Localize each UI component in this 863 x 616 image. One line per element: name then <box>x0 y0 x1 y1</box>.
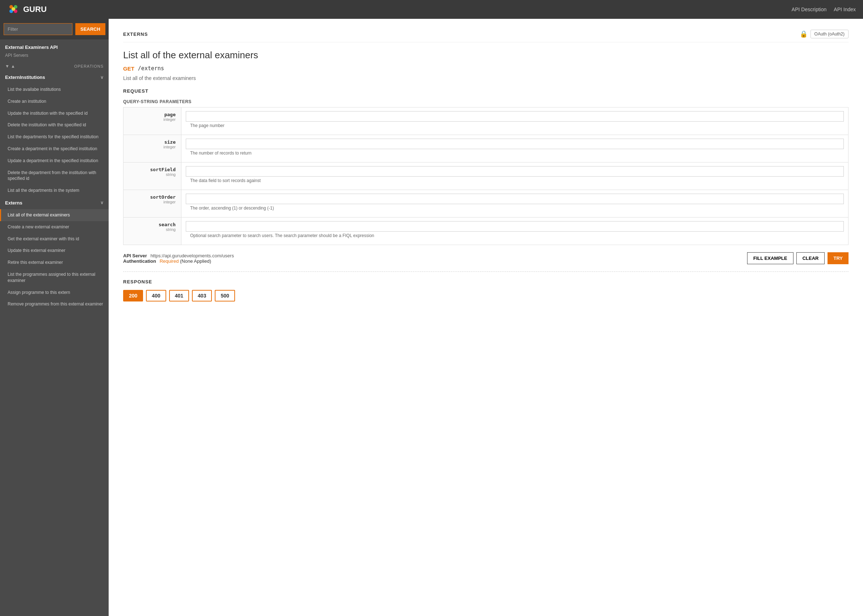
endpoint-method: GET /externs <box>123 65 164 72</box>
chevron-down-icon-2: ∨ <box>100 200 104 205</box>
param-label-page: page integer <box>123 107 181 135</box>
clear-button[interactable]: CLEAR <box>796 252 825 264</box>
arrow-up-icon[interactable]: ▲ <box>11 64 15 69</box>
sidebar-search-bar: SEARCH <box>0 19 109 39</box>
oauth-badge: OAuth (oAuth2) <box>811 30 849 38</box>
arrow-down-icon[interactable]: ▼ <box>5 64 9 69</box>
param-input-cell-page: The page number <box>181 107 849 135</box>
resp-code-401[interactable]: 401 <box>169 290 189 302</box>
param-row-size: size integer The number of records to re… <box>123 135 849 162</box>
fill-example-button[interactable]: FILL EXAMPLE <box>747 252 794 264</box>
param-input-cell-sortfield: The data field to sort records against <box>181 162 849 190</box>
filter-input[interactable] <box>4 23 72 35</box>
param-desc-page: The page number <box>186 122 844 131</box>
param-desc-search: Optional search parameter to search user… <box>186 232 844 241</box>
param-input-cell-sortorder: The order, ascending (1) or descending (… <box>181 190 849 217</box>
param-label-sortfield: sortField string <box>123 162 181 190</box>
api-server-label: API Server <box>123 253 147 258</box>
logo: GURU <box>7 3 47 16</box>
resp-code-403[interactable]: 403 <box>192 290 212 302</box>
main-content: EXTERNS 🔒 OAuth (oAuth2) List all of the… <box>109 19 863 616</box>
sidebar-item-0[interactable]: List the availabe institutions <box>0 83 109 96</box>
sidebar-item-4[interactable]: List the departments for the specified i… <box>0 131 109 143</box>
param-label-size: size integer <box>123 135 181 162</box>
param-name-sortorder: sortOrder <box>129 194 176 200</box>
param-name-search: search <box>129 222 176 227</box>
chevron-down-icon: ∨ <box>100 75 104 80</box>
sidebar-item-2[interactable]: Update the institution with the specifie… <box>0 107 109 119</box>
sidebar-item-externs-3[interactable]: Update this external examiner <box>0 245 109 257</box>
auth-label: Authentication <box>123 258 156 264</box>
response-label: RESPONSE <box>123 279 849 284</box>
endpoint-path: /externs <box>138 65 164 72</box>
api-info: API Server https://api.gurudevelopments.… <box>123 252 849 264</box>
api-server-row: API Server https://api.gurudevelopments.… <box>123 253 234 258</box>
api-index-link[interactable]: API Index <box>834 6 856 12</box>
param-desc-sortfield: The data field to sort records against <box>186 177 844 186</box>
auth-row: Authentication Required (None Applied) <box>123 258 234 264</box>
param-input-search[interactable] <box>186 221 844 232</box>
param-type-sortorder: integer <box>129 200 176 204</box>
svg-point-5 <box>12 7 15 11</box>
divider <box>123 272 849 272</box>
param-input-page[interactable] <box>186 111 844 122</box>
try-button[interactable]: TRY <box>827 252 849 264</box>
operations-label: OPERATIONS <box>74 64 104 68</box>
section-header: EXTERNS 🔒 OAuth (oAuth2) <box>123 30 849 42</box>
sidebar-item-externs-4[interactable]: Retire this external examiner <box>0 257 109 269</box>
sidebar-item-5[interactable]: Create a department in the specified ins… <box>0 143 109 155</box>
sidebar-section-title: External Examiners API <box>0 39 109 51</box>
sidebar-item-externs-7[interactable]: Remove programmes from this external exa… <box>0 298 109 310</box>
param-name-page: page <box>129 112 176 117</box>
auth-none-applied: (None Applied) <box>180 258 211 264</box>
param-row-search: search string Optional search parameter … <box>123 217 849 245</box>
section-title: EXTERNS <box>123 31 148 37</box>
api-server-url: https://api.gurudevelopments.com/users <box>150 253 234 258</box>
params-title: QUERY-STRING PARAMETERS <box>123 99 849 104</box>
sidebar-item-externs-5[interactable]: List the programmes assigned to this ext… <box>0 269 109 287</box>
param-input-sortorder[interactable] <box>186 193 844 204</box>
endpoint-title: List all of the external examiners <box>123 50 849 61</box>
param-label-search: search string <box>123 217 181 245</box>
extern-institutions-list: List the availabe institutions Create an… <box>0 83 109 196</box>
layout: SEARCH External Examiners API API Server… <box>0 19 863 616</box>
api-description-link[interactable]: API Description <box>792 6 827 12</box>
topnav: GURU API Description API Index <box>0 0 863 19</box>
action-buttons: FILL EXAMPLE CLEAR TRY <box>747 252 849 264</box>
externs-list: List all of the external examiners Creat… <box>0 209 109 310</box>
sidebar-item-3[interactable]: Delete the institution with the specifie… <box>0 119 109 131</box>
request-label: REQUEST <box>123 88 849 94</box>
param-desc-size: The number of records to return <box>186 149 844 159</box>
sidebar-arrows-row: ▼ ▲ OPERATIONS <box>0 61 109 71</box>
sidebar-item-externs-1[interactable]: Create a new external examiner <box>0 221 109 233</box>
sidebar-item-externs-2[interactable]: Get the external examiner with this id <box>0 233 109 245</box>
param-type-sortfield: string <box>129 172 176 177</box>
resp-code-400[interactable]: 400 <box>146 290 166 302</box>
sidebar-item-7[interactable]: Delete the department from the instituti… <box>0 167 109 185</box>
param-type-size: integer <box>129 145 176 149</box>
param-input-size[interactable] <box>186 138 844 149</box>
params-table: page integer The page number size intege… <box>123 107 849 245</box>
resp-code-500[interactable]: 500 <box>215 290 235 302</box>
resp-code-200[interactable]: 200 <box>123 290 143 302</box>
response-codes: 200 400 401 403 500 <box>123 290 849 302</box>
topnav-links: API Description API Index <box>792 6 856 12</box>
sidebar-api-servers: API Servers <box>0 51 109 61</box>
sidebar-item-6[interactable]: Update a department in the specified ins… <box>0 155 109 167</box>
logo-text: GURU <box>23 5 47 14</box>
sidebar-item-externs-6[interactable]: Assign programme to this extern <box>0 287 109 299</box>
param-name-sortfield: sortField <box>129 167 176 172</box>
param-row-sortorder: sortOrder integer The order, ascending (… <box>123 190 849 217</box>
search-button[interactable]: SEARCH <box>75 23 106 35</box>
sidebar-item-1[interactable]: Create an institution <box>0 96 109 107</box>
sidebar-item-externs-0[interactable]: List all of the external examiners <box>0 209 109 221</box>
param-input-sortfield[interactable] <box>186 166 844 177</box>
auth-required-text: Required <box>160 258 179 264</box>
auth-badge: 🔒 OAuth (oAuth2) <box>800 30 849 38</box>
lock-icon: 🔒 <box>800 30 808 38</box>
externs-label: Externs <box>5 200 22 206</box>
http-method: GET <box>123 66 134 72</box>
extern-institutions-group[interactable]: ExternInstitutions ∨ <box>0 71 109 83</box>
sidebar-item-8[interactable]: List all the departments in the system <box>0 185 109 196</box>
externs-group[interactable]: Externs ∨ <box>0 196 109 209</box>
